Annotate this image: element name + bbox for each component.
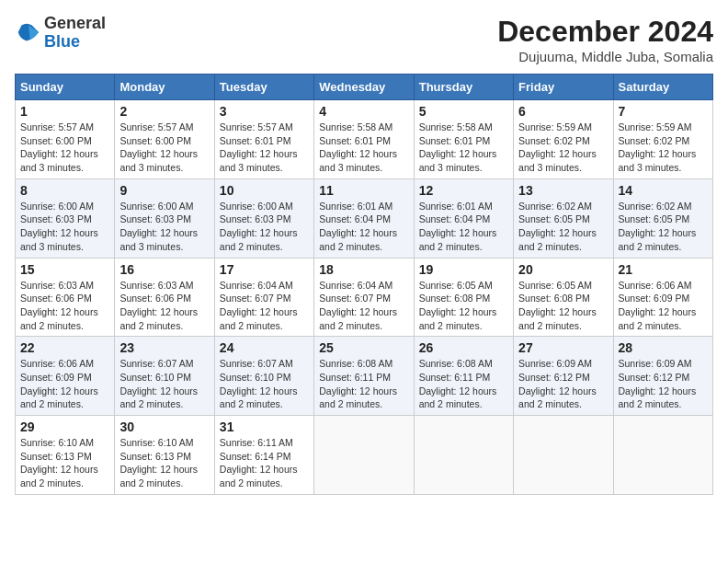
logo-icon	[15, 20, 40, 46]
logo-blue: Blue	[44, 32, 80, 51]
week-row-2: 8 Sunrise: 6:00 AM Sunset: 6:03 PM Dayli…	[16, 178, 713, 258]
day-cell: 25 Sunrise: 6:08 AM Sunset: 6:11 PM Dayl…	[314, 337, 414, 416]
day-cell: 10 Sunrise: 6:00 AM Sunset: 6:03 PM Dayl…	[214, 178, 313, 258]
day-number: 17	[220, 262, 309, 277]
day-info: Sunrise: 6:05 AM Sunset: 6:08 PM Dayligh…	[518, 279, 608, 333]
day-info: Sunrise: 6:10 AM Sunset: 6:13 PM Dayligh…	[20, 436, 109, 490]
day-cell: 31 Sunrise: 6:11 AM Sunset: 6:14 PM Dayl…	[214, 416, 313, 495]
header-wednesday: Wednesday	[314, 75, 414, 100]
day-info: Sunrise: 6:09 AM Sunset: 6:12 PM Dayligh…	[518, 357, 608, 411]
day-number: 29	[20, 419, 109, 434]
day-info: Sunrise: 5:57 AM Sunset: 6:00 PM Dayligh…	[119, 121, 209, 175]
day-number: 26	[419, 340, 508, 355]
day-cell: 7 Sunrise: 5:59 AM Sunset: 6:02 PM Dayli…	[613, 100, 712, 179]
day-info: Sunrise: 6:03 AM Sunset: 6:06 PM Dayligh…	[119, 279, 209, 333]
day-info: Sunrise: 6:06 AM Sunset: 6:09 PM Dayligh…	[20, 357, 109, 411]
day-info: Sunrise: 5:58 AM Sunset: 6:01 PM Dayligh…	[419, 121, 508, 175]
calendar-subtitle: Dujuuma, Middle Juba, Somalia	[497, 49, 713, 64]
day-info: Sunrise: 6:11 AM Sunset: 6:14 PM Dayligh…	[220, 436, 309, 490]
day-number: 14	[619, 183, 708, 198]
day-info: Sunrise: 6:06 AM Sunset: 6:09 PM Dayligh…	[619, 279, 708, 333]
header-saturday: Saturday	[613, 75, 712, 100]
day-cell: 14 Sunrise: 6:02 AM Sunset: 6:05 PM Dayl…	[613, 178, 712, 258]
week-row-4: 22 Sunrise: 6:06 AM Sunset: 6:09 PM Dayl…	[16, 337, 713, 416]
page-header: General Blue December 2024 Dujuuma, Midd…	[15, 15, 713, 64]
day-info: Sunrise: 5:59 AM Sunset: 6:02 PM Dayligh…	[619, 121, 708, 175]
day-info: Sunrise: 6:04 AM Sunset: 6:07 PM Dayligh…	[319, 279, 408, 333]
day-number: 4	[319, 104, 408, 119]
day-info: Sunrise: 5:59 AM Sunset: 6:02 PM Dayligh…	[518, 121, 608, 175]
day-number: 27	[518, 340, 608, 355]
calendar-table: SundayMondayTuesdayWednesdayThursdayFrid…	[15, 74, 713, 495]
day-info: Sunrise: 6:00 AM Sunset: 6:03 PM Dayligh…	[119, 200, 209, 254]
day-cell: 9 Sunrise: 6:00 AM Sunset: 6:03 PM Dayli…	[115, 178, 214, 258]
day-cell: 16 Sunrise: 6:03 AM Sunset: 6:06 PM Dayl…	[115, 258, 214, 337]
header-friday: Friday	[514, 75, 613, 100]
day-number: 20	[518, 262, 608, 277]
day-number: 19	[419, 262, 508, 277]
day-cell: 24 Sunrise: 6:07 AM Sunset: 6:10 PM Dayl…	[214, 337, 313, 416]
day-cell: 22 Sunrise: 6:06 AM Sunset: 6:09 PM Dayl…	[16, 337, 115, 416]
day-cell	[613, 416, 712, 495]
day-cell	[514, 416, 613, 495]
day-cell: 15 Sunrise: 6:03 AM Sunset: 6:06 PM Dayl…	[16, 258, 115, 337]
day-cell: 5 Sunrise: 5:58 AM Sunset: 6:01 PM Dayli…	[414, 100, 513, 179]
day-cell: 1 Sunrise: 5:57 AM Sunset: 6:00 PM Dayli…	[16, 100, 115, 179]
day-cell: 12 Sunrise: 6:01 AM Sunset: 6:04 PM Dayl…	[414, 178, 513, 258]
day-cell: 18 Sunrise: 6:04 AM Sunset: 6:07 PM Dayl…	[314, 258, 414, 337]
header-thursday: Thursday	[414, 75, 513, 100]
day-cell: 13 Sunrise: 6:02 AM Sunset: 6:05 PM Dayl…	[514, 178, 613, 258]
day-cell: 2 Sunrise: 5:57 AM Sunset: 6:00 PM Dayli…	[115, 100, 214, 179]
logo: General Blue	[15, 15, 106, 52]
day-number: 8	[20, 183, 109, 198]
day-number: 31	[220, 419, 309, 434]
day-info: Sunrise: 6:01 AM Sunset: 6:04 PM Dayligh…	[419, 200, 508, 254]
week-row-1: 1 Sunrise: 5:57 AM Sunset: 6:00 PM Dayli…	[16, 100, 713, 179]
day-number: 15	[20, 262, 109, 277]
day-cell	[314, 416, 414, 495]
day-info: Sunrise: 6:04 AM Sunset: 6:07 PM Dayligh…	[220, 279, 309, 333]
day-cell: 8 Sunrise: 6:00 AM Sunset: 6:03 PM Dayli…	[16, 178, 115, 258]
day-cell: 26 Sunrise: 6:08 AM Sunset: 6:11 PM Dayl…	[414, 337, 513, 416]
day-cell: 11 Sunrise: 6:01 AM Sunset: 6:04 PM Dayl…	[314, 178, 414, 258]
day-info: Sunrise: 5:57 AM Sunset: 6:00 PM Dayligh…	[20, 121, 109, 175]
day-number: 25	[319, 340, 408, 355]
day-number: 5	[419, 104, 508, 119]
day-number: 2	[119, 104, 209, 119]
day-number: 13	[518, 183, 608, 198]
day-number: 28	[619, 340, 708, 355]
day-cell: 30 Sunrise: 6:10 AM Sunset: 6:13 PM Dayl…	[115, 416, 214, 495]
day-cell: 21 Sunrise: 6:06 AM Sunset: 6:09 PM Dayl…	[613, 258, 712, 337]
header-tuesday: Tuesday	[214, 75, 313, 100]
header-monday: Monday	[115, 75, 214, 100]
day-number: 24	[220, 340, 309, 355]
day-info: Sunrise: 6:02 AM Sunset: 6:05 PM Dayligh…	[619, 200, 708, 254]
day-info: Sunrise: 6:00 AM Sunset: 6:03 PM Dayligh…	[220, 200, 309, 254]
day-number: 3	[220, 104, 309, 119]
day-cell: 28 Sunrise: 6:09 AM Sunset: 6:12 PM Dayl…	[613, 337, 712, 416]
day-cell: 3 Sunrise: 5:57 AM Sunset: 6:01 PM Dayli…	[214, 100, 313, 179]
day-number: 7	[619, 104, 708, 119]
day-info: Sunrise: 5:58 AM Sunset: 6:01 PM Dayligh…	[319, 121, 408, 175]
calendar-title: December 2024	[497, 15, 713, 49]
week-row-5: 29 Sunrise: 6:10 AM Sunset: 6:13 PM Dayl…	[16, 416, 713, 495]
day-cell: 6 Sunrise: 5:59 AM Sunset: 6:02 PM Dayli…	[514, 100, 613, 179]
day-number: 30	[119, 419, 209, 434]
day-info: Sunrise: 6:00 AM Sunset: 6:03 PM Dayligh…	[20, 200, 109, 254]
day-info: Sunrise: 6:02 AM Sunset: 6:05 PM Dayligh…	[518, 200, 608, 254]
day-cell: 4 Sunrise: 5:58 AM Sunset: 6:01 PM Dayli…	[314, 100, 414, 179]
day-info: Sunrise: 6:03 AM Sunset: 6:06 PM Dayligh…	[20, 279, 109, 333]
day-number: 9	[119, 183, 209, 198]
day-number: 16	[119, 262, 209, 277]
day-number: 11	[319, 183, 408, 198]
day-info: Sunrise: 6:08 AM Sunset: 6:11 PM Dayligh…	[319, 357, 408, 411]
day-cell: 29 Sunrise: 6:10 AM Sunset: 6:13 PM Dayl…	[16, 416, 115, 495]
day-info: Sunrise: 6:10 AM Sunset: 6:13 PM Dayligh…	[119, 436, 209, 490]
day-number: 1	[20, 104, 109, 119]
day-info: Sunrise: 6:07 AM Sunset: 6:10 PM Dayligh…	[220, 357, 309, 411]
day-number: 22	[20, 340, 109, 355]
logo-general: General	[44, 14, 106, 32]
day-cell: 27 Sunrise: 6:09 AM Sunset: 6:12 PM Dayl…	[514, 337, 613, 416]
day-cell	[414, 416, 513, 495]
day-info: Sunrise: 6:09 AM Sunset: 6:12 PM Dayligh…	[619, 357, 708, 411]
